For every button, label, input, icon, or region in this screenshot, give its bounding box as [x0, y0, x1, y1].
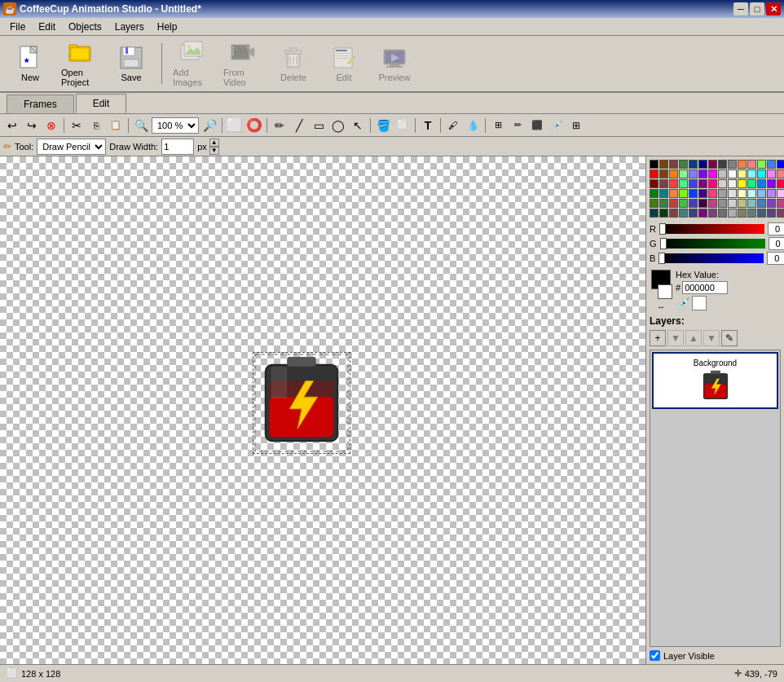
palette-color[interactable]: [777, 199, 784, 208]
palette-color[interactable]: [650, 169, 658, 178]
palette-color[interactable]: [679, 179, 688, 188]
palette-color[interactable]: [777, 189, 784, 198]
palette-color[interactable]: [757, 179, 766, 188]
palette-color[interactable]: [738, 199, 747, 208]
canvas-image[interactable]: [253, 352, 350, 454]
rect-tool-button[interactable]: ▭: [310, 117, 328, 134]
palette-color[interactable]: [718, 169, 727, 178]
layer-visible-checkbox[interactable]: [650, 650, 660, 661]
palette-color[interactable]: [689, 169, 698, 178]
minimize-button[interactable]: ─: [733, 2, 748, 15]
palette-color[interactable]: [669, 189, 678, 198]
ellipse-tool-button[interactable]: ◯: [329, 117, 347, 134]
save-button[interactable]: Save: [108, 41, 155, 86]
palette-color[interactable]: [767, 189, 776, 198]
palette-color[interactable]: [698, 169, 707, 178]
copy-button[interactable]: ⎘: [87, 117, 105, 134]
palette-color[interactable]: [767, 179, 776, 188]
color-picker-button[interactable]: [692, 296, 707, 310]
palette-color[interactable]: [738, 179, 747, 188]
palette-color[interactable]: [679, 189, 688, 198]
zoom-in-button[interactable]: 🔎: [200, 117, 218, 134]
close-button[interactable]: ✕: [766, 2, 781, 15]
palette-color[interactable]: [659, 199, 668, 208]
grid-button[interactable]: ⊞: [567, 117, 585, 134]
palette-color[interactable]: [679, 199, 688, 208]
add-layer-button[interactable]: +: [650, 330, 666, 346]
b-slider[interactable]: [658, 253, 764, 263]
palette-color[interactable]: [698, 179, 707, 188]
palette-color[interactable]: [689, 160, 698, 169]
menu-objects[interactable]: Objects: [62, 20, 108, 34]
cursor-tool-button[interactable]: ↖: [349, 117, 367, 134]
palette-color[interactable]: [659, 209, 668, 218]
layer-fill-button[interactable]: ⬛: [528, 117, 546, 134]
g-value[interactable]: 0: [769, 237, 784, 250]
rect-select-button[interactable]: ⬜: [226, 117, 244, 134]
menu-help[interactable]: Help: [151, 20, 184, 34]
palette-color[interactable]: [708, 160, 717, 169]
palette-color[interactable]: [777, 160, 784, 169]
palette-color[interactable]: [669, 209, 678, 218]
menu-file[interactable]: File: [3, 20, 32, 34]
menu-edit[interactable]: Edit: [32, 20, 62, 34]
palette-color[interactable]: [718, 209, 727, 218]
palette-color[interactable]: [718, 160, 727, 169]
bg-color-swatch[interactable]: [658, 284, 672, 299]
palette-color[interactable]: [679, 160, 688, 169]
pencil-tool-button[interactable]: ✏: [271, 117, 288, 134]
r-value[interactable]: 0: [768, 222, 784, 235]
palette-color[interactable]: [777, 169, 784, 178]
b-value[interactable]: 0: [767, 252, 784, 265]
palette-color[interactable]: [669, 199, 678, 208]
palette-color[interactable]: [689, 189, 698, 198]
palette-color[interactable]: [757, 209, 766, 218]
r-slider[interactable]: [659, 224, 764, 234]
layer-properties-button[interactable]: ✎: [721, 330, 738, 346]
draw-width-input[interactable]: [161, 139, 194, 155]
smudge-button[interactable]: 💧: [464, 117, 482, 134]
palette-color[interactable]: [698, 209, 707, 218]
palette-color[interactable]: [659, 189, 668, 198]
palette-color[interactable]: [757, 189, 766, 198]
palette-color[interactable]: [728, 199, 737, 208]
palette-color[interactable]: [747, 209, 756, 218]
undo-button[interactable]: ↩: [3, 117, 21, 134]
palette-color[interactable]: [679, 209, 688, 218]
zoom-select[interactable]: 100 % 50 % 200 %: [152, 117, 199, 134]
palette-color[interactable]: [689, 199, 698, 208]
palette-color[interactable]: [757, 169, 766, 178]
tool-selector[interactable]: Draw Pencil Draw Brush Eraser: [37, 139, 106, 155]
maximize-button[interactable]: □: [750, 2, 764, 15]
hex-input[interactable]: [682, 281, 728, 294]
layer-edit-button[interactable]: ✏: [509, 117, 526, 134]
canvas-area[interactable]: [0, 156, 645, 664]
open-project-button[interactable]: Open Project: [57, 36, 104, 91]
eraser-button[interactable]: ⬜: [394, 117, 412, 134]
palette-color[interactable]: [747, 199, 756, 208]
clear-button[interactable]: ⊗: [42, 117, 60, 134]
new-button[interactable]: ★ New: [7, 41, 54, 86]
palette-color[interactable]: [718, 199, 727, 208]
palette-color[interactable]: [650, 179, 658, 188]
palette-color[interactable]: [650, 189, 658, 198]
palette-color[interactable]: [728, 169, 737, 178]
palette-color[interactable]: [650, 209, 658, 218]
menu-layers[interactable]: Layers: [108, 20, 151, 34]
g-slider[interactable]: [660, 239, 765, 249]
palette-color[interactable]: [747, 160, 756, 169]
palette-color[interactable]: [708, 209, 717, 218]
tab-edit[interactable]: Edit: [76, 94, 127, 113]
text-tool-button[interactable]: T: [419, 117, 437, 134]
palette-color[interactable]: [659, 179, 668, 188]
palette-color[interactable]: [708, 189, 717, 198]
tab-frames[interactable]: Frames: [7, 95, 74, 113]
palette-color[interactable]: [767, 169, 776, 178]
layer-copy-button[interactable]: ⊞: [489, 117, 507, 134]
line-tool-button[interactable]: ╱: [290, 117, 308, 134]
palette-color[interactable]: [728, 160, 737, 169]
spin-down[interactable]: ▼: [209, 147, 219, 155]
palette-color[interactable]: [747, 189, 756, 198]
palette-color[interactable]: [698, 160, 707, 169]
palette-color[interactable]: [738, 160, 747, 169]
